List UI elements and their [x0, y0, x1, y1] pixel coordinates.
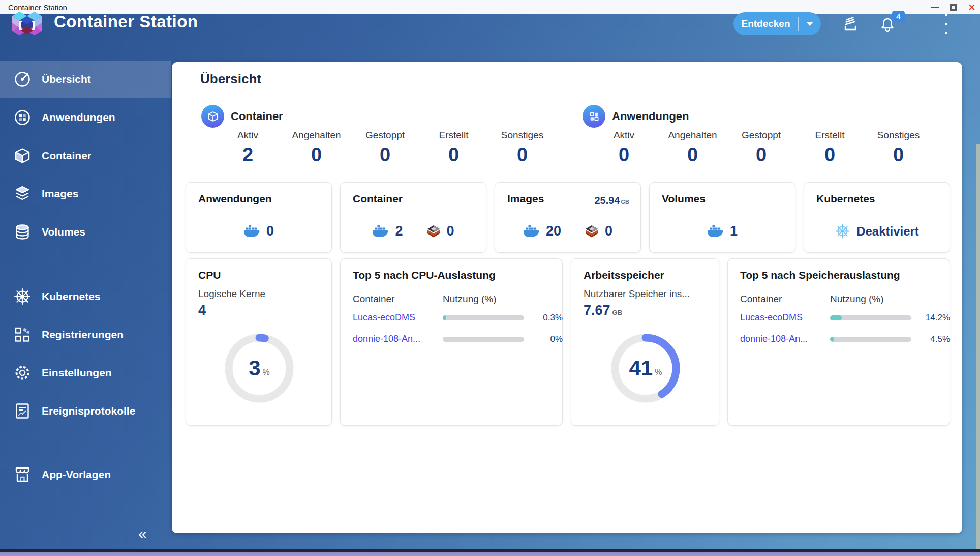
helm-wheel-icon — [13, 287, 32, 306]
cube-icon — [207, 110, 219, 123]
page-title: Übersicht — [200, 71, 261, 87]
sidebar-item-registrierungen[interactable]: Registrierungen — [0, 316, 171, 353]
container-name-link[interactable]: Lucas-ecoDMS — [740, 312, 830, 323]
usage-bar — [830, 337, 911, 342]
card-title: CPU — [198, 269, 221, 281]
stat-value: 0 — [590, 144, 658, 166]
docker-whale-icon — [372, 224, 389, 238]
column-header-container: Container — [740, 294, 830, 305]
card-title: Anwendungen — [198, 193, 272, 205]
docker-whale-icon — [523, 224, 540, 238]
card-title: Images — [507, 193, 544, 205]
overview-group-title: Anwendungen — [612, 110, 689, 123]
sidebar-item-uebersicht[interactable]: Übersicht — [0, 61, 171, 98]
sidebar-item-kubernetes[interactable]: Kubernetes — [0, 278, 171, 315]
card-cpu: CPU Logische Kerne 4 3 % — [186, 258, 332, 426]
background-tasks-icon[interactable] — [841, 14, 860, 34]
caret-down-icon[interactable] — [799, 22, 821, 26]
content-panel: Übersicht Container Aktiv2 Angehalten0 G… — [172, 62, 962, 533]
kata-count: 0 — [447, 223, 454, 239]
stat-value: 0 — [658, 144, 727, 166]
card-title: Volumes — [662, 193, 706, 205]
cube-icon — [13, 147, 32, 165]
card-title: Container — [353, 193, 403, 205]
sidebar-collapse-button[interactable]: « — [138, 525, 147, 542]
sidebar-item-label: Kubernetes — [42, 290, 101, 303]
app-window: Container Station ✕ Container Station En… — [0, 0, 980, 556]
sidebar-item-label: Ereignisprotokolle — [42, 405, 135, 417]
discover-button[interactable]: Entdecken — [733, 12, 821, 35]
stat-label: Aktiv — [213, 130, 282, 141]
kubernetes-helm-icon — [835, 223, 850, 239]
stat-label: Gestoppt — [727, 130, 795, 141]
docker-count: 2 — [395, 223, 403, 239]
cpu-percent-unit: % — [263, 368, 270, 377]
usage-value: 0% — [524, 334, 563, 344]
stat-value: 2 — [213, 144, 282, 166]
memory-total-value: 7.67GB — [584, 303, 622, 318]
container-name-link[interactable]: donnie-108-An... — [353, 334, 443, 344]
sidebar-item-ereignisprotokolle[interactable]: Ereignisprotokolle — [0, 392, 171, 429]
card-anwendungen[interactable]: Anwendungen 0 — [186, 182, 332, 253]
close-icon[interactable]: ✕ — [968, 3, 976, 12]
sidebar-item-volumes[interactable]: Volumes — [0, 213, 171, 250]
sidebar-item-anwendungen[interactable]: Anwendungen — [0, 99, 171, 136]
card-top-cpu: Top 5 nach CPU-Auslastung Container Nutz… — [340, 258, 563, 426]
container-name-link[interactable]: donnie-108-An... — [740, 334, 830, 344]
store-icon — [13, 465, 32, 484]
sidebar-item-label: Anwendungen — [42, 111, 115, 124]
docker-whale-icon — [243, 224, 260, 238]
table-row: Lucas-ecoDMS 14.2% — [740, 312, 950, 323]
kata-runtime-icon — [585, 225, 599, 238]
kata-count: 0 — [605, 223, 612, 239]
docker-whale-icon — [707, 224, 724, 238]
stat-value: 0 — [351, 144, 419, 166]
gauge-icon — [13, 70, 32, 89]
header-divider — [917, 13, 917, 33]
container-stats: Aktiv2 Angehalten0 Gestoppt0 Erstellt0 S… — [213, 130, 557, 166]
sidebar-item-einstellungen[interactable]: Einstellungen — [0, 354, 171, 391]
notification-badge[interactable]: 4 — [892, 11, 905, 22]
stat-label: Sonstiges — [488, 130, 557, 141]
container-name-link[interactable]: Lucas-ecoDMS — [353, 312, 443, 323]
discover-button-label: Entdecken — [733, 18, 798, 30]
stat-value: 0 — [864, 144, 933, 166]
maximize-icon[interactable] — [950, 4, 957, 11]
sidebar-item-label: Übersicht — [42, 73, 91, 85]
memory-percent: 41 — [629, 356, 653, 381]
database-icon — [13, 223, 32, 241]
column-header-usage: Nutzung (%) — [443, 294, 497, 305]
card-kubernetes[interactable]: Kubernetes Deaktiviert — [804, 182, 950, 253]
sidebar-item-container[interactable]: Container — [0, 137, 171, 174]
card-images[interactable]: Images 25.94GB 20 — [495, 182, 641, 253]
scrollbar-thumb[interactable] — [976, 144, 980, 549]
card-volumes[interactable]: Volumes 1 — [649, 182, 795, 253]
sidebar-item-images[interactable]: Images — [0, 175, 171, 212]
applications-group-icon — [583, 105, 605, 128]
event-log-icon — [13, 402, 32, 420]
sidebar-item-app-vorlagen[interactable]: App-Vorlagen — [0, 456, 171, 493]
stat-value: 0 — [488, 144, 557, 166]
stat-label: Erstellt — [795, 130, 864, 141]
gear-icon — [13, 364, 32, 382]
cpu-percent: 3 — [249, 356, 260, 381]
applications-stats: Aktiv0 Angehalten0 Gestoppt0 Erstellt0 S… — [590, 130, 933, 166]
stat-label: Sonstiges — [864, 130, 933, 141]
minimize-icon[interactable] — [931, 7, 939, 8]
card-container[interactable]: Container 2 — [340, 182, 486, 253]
docker-count: 1 — [730, 223, 738, 239]
stat-label: Gestoppt — [351, 130, 419, 141]
kebab-menu-icon[interactable] — [942, 14, 950, 34]
cpu-donut-chart: 3 % — [221, 330, 297, 406]
card-title: Top 5 nach Speicherauslastung — [740, 269, 900, 281]
apps-grid-icon — [13, 108, 32, 127]
sidebar-item-label: Container — [42, 150, 91, 162]
column-header-usage: Nutzung (%) — [830, 294, 884, 305]
memory-donut-chart: 41 % — [607, 330, 684, 406]
stat-label: Angehalten — [658, 130, 727, 141]
registry-icon — [13, 326, 32, 344]
usage-bar — [443, 315, 524, 320]
overview-groups-divider — [568, 109, 568, 166]
card-title: Arbeitsspeicher — [584, 269, 664, 281]
stat-label: Erstellt — [419, 130, 488, 141]
